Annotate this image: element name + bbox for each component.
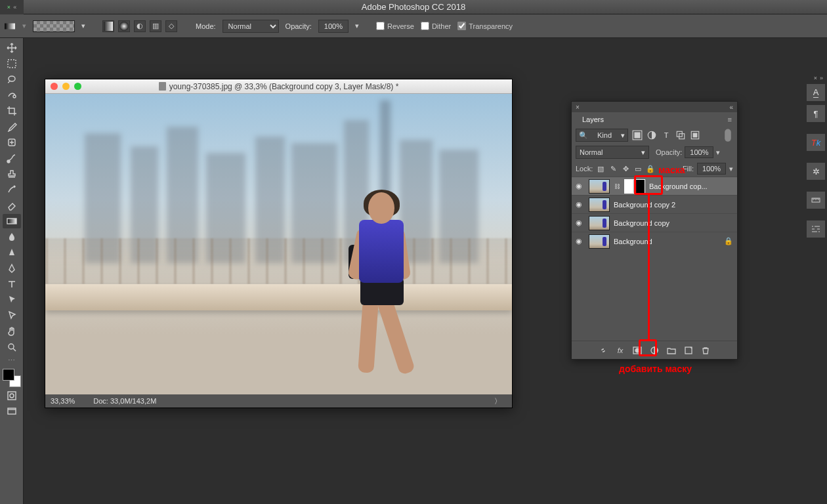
filter-smart-icon[interactable]	[690, 130, 700, 140]
preset-panel-icon[interactable]	[807, 220, 825, 238]
character-panel-icon[interactable]: A	[807, 84, 825, 101]
reflected-gradient-button[interactable]: ▥	[150, 20, 161, 32]
gradient-tool[interactable]	[3, 214, 21, 228]
layer-row[interactable]: ◉ Background copy	[572, 213, 737, 232]
minimize-window-button[interactable]	[62, 83, 70, 90]
diamond-gradient-button[interactable]: ◇	[165, 20, 177, 32]
lock-artboard-icon[interactable]: ▭	[633, 164, 643, 173]
blend-mode-select[interactable]: Normal	[223, 20, 279, 33]
pen-tool[interactable]	[3, 261, 21, 276]
gradient-preview[interactable]	[33, 20, 75, 32]
lock-position-icon[interactable]: ✥	[621, 164, 630, 173]
history-brush-tool[interactable]	[3, 182, 21, 197]
edit-toolbar-button[interactable]: ⋯	[3, 356, 21, 365]
zoom-window-button[interactable]	[74, 83, 81, 90]
screen-mode-button[interactable]	[3, 404, 21, 419]
panel-header[interactable]: × «	[572, 102, 737, 112]
crop-tool[interactable]	[3, 104, 21, 118]
filter-toggle-icon[interactable]	[723, 130, 733, 140]
transparency-checkbox[interactable]: Transparency	[457, 22, 513, 30]
paragraph-panel-icon[interactable]: ¶	[807, 105, 825, 122]
lasso-tool[interactable]	[3, 72, 21, 87]
filter-shape-icon[interactable]	[675, 130, 686, 140]
ruler-panel-icon[interactable]	[807, 192, 825, 209]
layer-thumbnail[interactable]	[589, 216, 610, 230]
color-swatches[interactable]	[3, 369, 21, 387]
tk-panel-icon[interactable]: Tk	[807, 134, 825, 151]
opacity-caret[interactable]: ▾	[355, 22, 359, 30]
layer-thumbnail[interactable]	[589, 198, 610, 212]
layer-name[interactable]: Background copy	[614, 219, 669, 227]
mask-link-icon[interactable]: ⛓	[614, 183, 620, 190]
panel-collapse-icon[interactable]: «	[729, 104, 733, 111]
filter-adjustment-icon[interactable]	[647, 130, 657, 140]
new-layer-button[interactable]	[683, 345, 694, 356]
visibility-icon[interactable]: ◉	[576, 219, 585, 227]
panel-menu-icon[interactable]: ≡	[728, 116, 732, 123]
visibility-icon[interactable]: ◉	[576, 237, 585, 245]
fill-field[interactable]	[697, 163, 726, 175]
spot-heal-tool[interactable]	[3, 135, 21, 150]
svg-rect-8	[7, 219, 16, 224]
opacity-field[interactable]	[318, 20, 349, 33]
path-select-tool[interactable]	[3, 293, 21, 307]
radial-gradient-button[interactable]	[118, 20, 130, 32]
marquee-tool[interactable]	[3, 56, 21, 71]
adjustment-layer-button[interactable]	[649, 345, 660, 356]
layers-panel: × « Layers ≡ 🔍Kind▾ T Normal▾ Opacit	[571, 101, 738, 360]
reverse-checkbox[interactable]: Reverse	[376, 22, 414, 30]
filter-kind-select[interactable]: 🔍Kind▾	[576, 129, 628, 142]
quick-mask-toggle[interactable]	[3, 388, 21, 403]
quick-select-tool[interactable]	[3, 88, 21, 102]
angle-gradient-button[interactable]: ◐	[134, 20, 146, 32]
visibility-icon[interactable]: ◉	[576, 200, 585, 209]
document-titlebar[interactable]: young-370385.jpg @ 33,3% (Background cop…	[45, 79, 512, 94]
visibility-icon[interactable]: ◉	[576, 182, 585, 190]
doc-size-readout[interactable]: Doc: 33,0M/143,2M	[93, 397, 156, 405]
panel-close-icon[interactable]: ×	[576, 104, 580, 111]
direct-select-tool[interactable]	[3, 308, 21, 323]
dither-checkbox[interactable]: Dither	[421, 22, 451, 30]
close-window-button[interactable]	[51, 83, 58, 90]
hand-tool[interactable]	[3, 324, 21, 339]
lock-transparent-icon[interactable]: ▧	[596, 164, 605, 173]
status-more-icon[interactable]: 〉	[494, 396, 501, 406]
gradient-tool-icon[interactable]	[4, 20, 16, 32]
layer-opacity-field[interactable]	[685, 146, 713, 158]
delete-layer-button[interactable]	[700, 345, 711, 356]
layer-thumbnail[interactable]	[589, 179, 610, 194]
layer-name[interactable]: Background copy 2	[614, 201, 675, 209]
document-canvas[interactable]	[45, 94, 512, 394]
layers-tab[interactable]: Layers	[577, 114, 609, 125]
layer-row[interactable]: ◉ Background copy 2	[572, 195, 737, 213]
move-tool[interactable]	[3, 41, 21, 55]
helm-panel-icon[interactable]: ✲	[807, 163, 825, 180]
layer-row[interactable]: ◉ Background 🔒	[572, 232, 737, 250]
layer-thumbnail[interactable]	[589, 234, 610, 249]
layer-name[interactable]: Background	[614, 238, 652, 245]
eraser-tool[interactable]	[3, 198, 21, 213]
brush-tool[interactable]	[3, 151, 21, 165]
gradient-picker-caret[interactable]: ▾	[81, 22, 85, 30]
lock-all-icon[interactable]: 🔒	[646, 164, 655, 173]
blur-tool[interactable]	[3, 230, 21, 244]
zoom-readout[interactable]: 33,33%	[51, 397, 75, 405]
foreground-color-swatch[interactable]	[3, 369, 14, 381]
filter-type-icon[interactable]: T	[661, 130, 671, 140]
filter-pixel-icon[interactable]	[632, 130, 643, 140]
layer-row[interactable]: ◉ ⛓ Background cop...	[572, 177, 737, 195]
linear-gradient-button[interactable]	[102, 20, 114, 32]
eyedropper-tool[interactable]	[3, 119, 21, 134]
dodge-tool[interactable]	[3, 245, 21, 260]
layer-name[interactable]: Background cop...	[649, 182, 708, 190]
lock-image-icon[interactable]: ✎	[608, 164, 618, 173]
link-layers-button[interactable]	[598, 345, 608, 356]
stamp-tool[interactable]	[3, 167, 21, 181]
type-tool[interactable]	[3, 277, 21, 291]
layer-effects-button[interactable]: fx	[615, 345, 626, 356]
zoom-tool[interactable]	[3, 340, 21, 354]
mask-thumbnail[interactable]	[624, 179, 645, 194]
layer-blend-select[interactable]: Normal▾	[576, 146, 649, 159]
new-group-button[interactable]	[666, 345, 677, 356]
add-mask-button[interactable]	[632, 345, 643, 356]
